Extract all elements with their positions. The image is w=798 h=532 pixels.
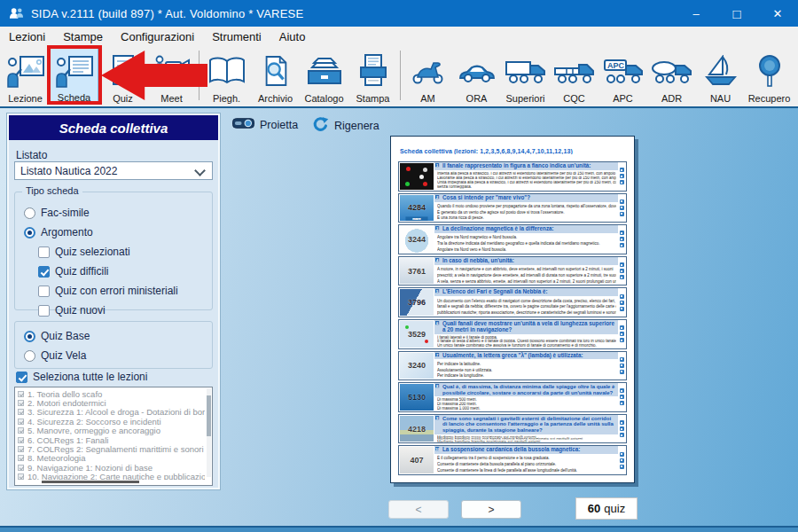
radio-icon-checked[interactable] bbox=[24, 227, 35, 239]
sailboat-icon bbox=[696, 48, 745, 93]
checkbox-icon-disabled bbox=[18, 391, 24, 397]
checkbox-quiz-nuovi[interactable]: Quiz nuovi bbox=[38, 304, 106, 317]
toolbar-cqc[interactable]: CQC bbox=[550, 48, 598, 105]
lesson-item[interactable]: 1. Teoria dello scafo bbox=[18, 389, 205, 398]
checkbox-icon-disabled bbox=[18, 419, 24, 425]
radio-label: Quiz Base bbox=[41, 330, 90, 342]
checkbox-label: Quiz difficili bbox=[55, 265, 108, 278]
radio-quiz-vela[interactable]: Quiz Vela bbox=[24, 349, 86, 362]
answer-line: Consente di mantenere detta bussola para… bbox=[437, 462, 615, 466]
marker-icon bbox=[620, 332, 624, 336]
marker-icon bbox=[620, 395, 624, 399]
answer-marker-icons bbox=[618, 257, 626, 286]
answer-line: A vela, senza e senza abbrivio, emette, … bbox=[437, 278, 615, 283]
lesson-item[interactable]: 5. Manovre, ormeggio e ancoraggio bbox=[18, 426, 205, 435]
marker-icon bbox=[620, 237, 624, 241]
toolbar-piegh[interactable]: Piegh. bbox=[202, 48, 251, 105]
toolbar-label: Quiz bbox=[113, 93, 133, 104]
window-title: SIDA v.2111 (build 897) * Aut. Voldomino… bbox=[31, 7, 303, 20]
maximize-button[interactable]: □ bbox=[716, 0, 757, 27]
answer-marker-icons bbox=[618, 162, 626, 191]
toolbar-catalogo[interactable]: Catalogo bbox=[300, 48, 348, 105]
next-page-button[interactable]: > bbox=[461, 500, 521, 519]
presenter-picture-icon bbox=[1, 48, 50, 93]
lesson-item[interactable]: 7. COLRegs 2: Segnalamenti marittimi e s… bbox=[18, 444, 205, 453]
toolbar-stampa[interactable]: Stampa bbox=[348, 48, 397, 105]
marker-icon bbox=[620, 294, 624, 299]
question-image: 407 bbox=[400, 447, 434, 473]
lesson-item[interactable]: 6. COLRegs 1: Fanali bbox=[18, 435, 205, 444]
scrollbar-thumb[interactable] bbox=[42, 481, 139, 483]
checkbox-icon[interactable] bbox=[38, 246, 50, 258]
toolbar-adr[interactable]: ADR bbox=[647, 48, 696, 105]
radio-argomento[interactable]: Argomento bbox=[24, 226, 93, 239]
checkbox-icon[interactable] bbox=[38, 286, 50, 297]
answer-line: Angolare tra Nord magnetico e Nord busso… bbox=[437, 235, 615, 239]
checkbox-seleziona-tutte[interactable]: Seleziona tutte le lezioni bbox=[16, 371, 147, 383]
question-title: Come sono segnalati i gavitelli esterni … bbox=[442, 416, 614, 433]
toolbar-apc[interactable]: APC ADR APC bbox=[598, 48, 647, 105]
radio-icon[interactable] bbox=[24, 207, 35, 219]
toolbar-recupero[interactable]: Recupero bbox=[745, 48, 794, 105]
scooter-icon bbox=[403, 48, 452, 93]
close-button[interactable]: ✕ bbox=[757, 0, 798, 27]
toolbar-superiori[interactable]: Superiori bbox=[501, 48, 550, 105]
horizontal-scrollbar[interactable] bbox=[17, 480, 199, 483]
toolbar-archivio[interactable]: Archivio bbox=[251, 48, 300, 105]
checkbox-label: Quiz selezionati bbox=[55, 246, 130, 258]
menu-aiuto[interactable]: Aiuto bbox=[270, 28, 315, 45]
marker-icon bbox=[620, 357, 624, 362]
answer-line: Mediante bandiere rosse con banda obliqu… bbox=[437, 437, 615, 439]
toolbar-ora[interactable]: ORA bbox=[452, 48, 501, 105]
sign-paddle-icon bbox=[745, 48, 794, 93]
marker-icon bbox=[620, 465, 624, 469]
rigenera-label: Rigenera bbox=[334, 120, 379, 132]
menu-strumenti[interactable]: Strumenti bbox=[203, 28, 270, 45]
lessons-listbox[interactable]: 1. Teoria dello scafo 2. Motori endoterm… bbox=[14, 387, 213, 486]
checkbox-icon[interactable] bbox=[38, 305, 50, 317]
red-light-dot bbox=[406, 167, 411, 171]
question-row: 3761 4In caso di nebbia, un'unità: A mot… bbox=[398, 256, 627, 286]
lesson-item[interactable]: 4. Sicurezza 2: Soccorso e incidenti bbox=[18, 417, 205, 426]
toolbar-lezione[interactable]: Lezione bbox=[1, 48, 50, 105]
prev-page-button[interactable]: < bbox=[388, 500, 449, 519]
proietta-button[interactable]: Proietta bbox=[232, 117, 298, 132]
radio-quiz-base[interactable]: Quiz Base bbox=[24, 330, 90, 342]
question-row: 4218 9Come sono segnalati i gavitelli es… bbox=[398, 414, 627, 444]
checkbox-icon-checked[interactable] bbox=[16, 372, 27, 383]
answer-line: Quando il moto ondoso proviene per propa… bbox=[437, 204, 615, 208]
radio-label: Argomento bbox=[41, 226, 93, 239]
checkbox-quiz-difficili[interactable]: Quiz difficili bbox=[38, 265, 108, 278]
menu-lezioni[interactable]: Lezioni bbox=[0, 28, 54, 45]
minimize-button[interactable]: – bbox=[676, 0, 716, 27]
checkbox-icon-disabled bbox=[18, 427, 24, 434]
rigenera-button[interactable]: Rigenera bbox=[312, 116, 379, 136]
toolbar-nau[interactable]: NAU bbox=[696, 48, 745, 105]
lesson-item[interactable]: 3. Sicurezza 1: Alcool e droga - Dotazio… bbox=[18, 408, 205, 417]
scrollbar-thumb[interactable] bbox=[207, 395, 211, 436]
vertical-scrollbar[interactable] bbox=[207, 388, 211, 477]
radio-fac-simile[interactable]: Fac-simile bbox=[24, 207, 90, 219]
marker-icon bbox=[620, 325, 624, 330]
answer-line: Mediante bandiere bianche posizionate su… bbox=[437, 440, 615, 442]
svg-text:APC: APC bbox=[607, 61, 625, 70]
checkbox-icon-checked[interactable] bbox=[38, 266, 50, 278]
marker-icon bbox=[620, 174, 624, 178]
menu-stampe[interactable]: Stampe bbox=[54, 28, 112, 45]
lesson-item[interactable]: 9. Navigazione 1: Nozioni di base bbox=[18, 463, 205, 472]
radio-icon-checked[interactable] bbox=[24, 331, 35, 342]
lesson-item[interactable]: 2. Motori endotermici bbox=[18, 398, 205, 407]
radio-icon[interactable] bbox=[24, 350, 35, 362]
toolbar-label: Archivio bbox=[258, 93, 293, 104]
listato-dropdown[interactable]: Listato Nautica 2022 bbox=[14, 161, 213, 180]
toolbar-label: Recupero bbox=[748, 93, 791, 104]
question-number: 5 bbox=[435, 289, 439, 293]
checkbox-quiz-errori[interactable]: Quiz con errori ministeriali bbox=[38, 285, 178, 297]
checkbox-label: Quiz nuovi bbox=[55, 304, 106, 317]
checkbox-quiz-selezionati[interactable]: Quiz selezionati bbox=[38, 246, 130, 258]
toolbar-am[interactable]: AM bbox=[403, 48, 452, 105]
menu-configurazioni[interactable]: Configurazioni bbox=[112, 28, 203, 45]
toolbar-label: Superiori bbox=[505, 93, 544, 104]
quiz-count-number: 60 bbox=[588, 502, 600, 515]
lesson-item[interactable]: 8. Meteorologia bbox=[18, 454, 205, 463]
